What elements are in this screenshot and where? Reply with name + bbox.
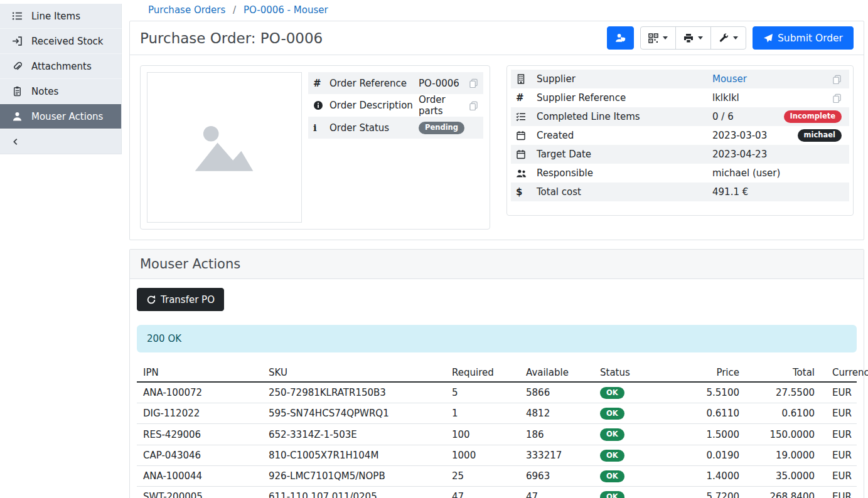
col-header-currency: Currency [821, 364, 857, 382]
col-header-ipn: IPN [137, 364, 262, 382]
order-image-placeholder[interactable] [147, 72, 302, 223]
target-date-row: Target Date 2023-04-23 [511, 145, 849, 164]
cell-ipn: DIG-112022 [137, 403, 262, 424]
created-row: Created 2023-03-03 michael [511, 126, 849, 145]
supplier-label: Supplier [537, 73, 712, 85]
mouser-actions-panel: Mouser Actions Transfer PO 200 OK [129, 249, 864, 498]
sidebar-item-label: Notes [31, 86, 58, 97]
order-reference-row: # Order Reference PO-0006 [308, 72, 483, 94]
col-header-status: Status [594, 364, 669, 382]
supplier-reference-value: lklklkl [712, 92, 832, 103]
print-actions-button[interactable] [675, 26, 711, 50]
chevron-left-icon [11, 137, 20, 146]
cell-sku: 810-C1005X7R1H104M [262, 445, 446, 465]
cell-ipn: SWT-200005 [137, 487, 262, 498]
caret-down-icon [698, 36, 703, 40]
info-circle-icon [313, 100, 330, 110]
building-icon [516, 74, 537, 84]
paperclip-icon [11, 61, 23, 72]
copy-icon[interactable] [469, 78, 478, 88]
sidebar-item-received-stock[interactable]: Received Stock [0, 29, 122, 54]
sidebar-item-notes[interactable]: Notes [0, 79, 122, 104]
cell-total: 27.5500 [746, 382, 821, 403]
table-row: CAP-043046 810-C1005X7R1H104M 1000 33321… [137, 445, 857, 465]
cell-available: 6963 [520, 465, 594, 486]
refresh-icon [146, 295, 156, 305]
cell-currency: EUR [821, 465, 857, 486]
cell-required: 25 [446, 465, 520, 486]
cell-price: 1.4000 [669, 465, 746, 486]
completed-line-items-label: Completed Line Items [537, 111, 712, 122]
cell-available: 5866 [520, 382, 594, 403]
order-actions-button[interactable] [710, 26, 746, 50]
cell-ipn: ANA-100072 [137, 382, 262, 403]
paper-plane-icon [763, 33, 773, 43]
supplier-row: Supplier Mouser [511, 70, 849, 88]
table-row: ANA-100044 926-LMC7101QM5/NOPB 25 6963 O… [137, 465, 857, 486]
cell-sku: 595-SN74HCS74QPWRQ1 [262, 403, 446, 424]
cell-sku: 926-LMC7101QM5/NOPB [262, 465, 446, 486]
col-header-required: Required [446, 364, 520, 382]
sign-in-icon [11, 36, 23, 47]
sidebar-item-label: Received Stock [31, 36, 104, 47]
created-label: Created [537, 130, 712, 141]
order-description-value: Order parts [419, 94, 464, 117]
copy-icon[interactable] [832, 75, 842, 84]
ok-badge: OK [600, 470, 624, 482]
copy-icon[interactable] [832, 93, 842, 103]
submit-order-button[interactable]: Submit Order [753, 26, 854, 50]
cell-sku: 652-3314Z-1-503E [262, 424, 446, 445]
sidebar-item-label: Mouser Actions [31, 111, 103, 122]
cell-price: 0.0190 [669, 445, 746, 465]
list-icon [11, 11, 23, 22]
transfer-po-button[interactable]: Transfer PO [137, 288, 224, 311]
col-header-available: Available [520, 364, 594, 382]
cell-price: 5.7200 [669, 487, 746, 498]
cell-total: 19.0000 [746, 445, 821, 465]
total-cost-value: 491.1 € [712, 186, 842, 198]
cell-currency: EUR [821, 424, 857, 445]
mouser-actions-body: Transfer PO 200 OK IPN SKU Required Avai… [130, 279, 864, 498]
copy-icon[interactable] [469, 101, 478, 110]
order-reference-label: Order Reference [330, 78, 419, 89]
user-actions-button[interactable] [607, 26, 634, 50]
cell-currency: EUR [821, 382, 857, 403]
barcode-actions-button[interactable] [640, 26, 676, 50]
sidebar-item-label: Line Items [31, 11, 80, 22]
supplier-reference-label: Supplier Reference [537, 92, 712, 103]
supplier-details-card: Supplier Mouser # Supplier Reference lkl… [506, 65, 854, 216]
breadcrumb-purchase-orders[interactable]: Purchase Orders [148, 4, 225, 16]
caret-down-icon [663, 36, 668, 40]
order-status-row: i Order Status Pending [308, 117, 483, 139]
cell-sku: 250-72981KLRATR150B3 [262, 382, 446, 403]
cell-available: 186 [520, 424, 594, 445]
clipboard-icon [11, 86, 23, 97]
cell-price: 5.5100 [669, 382, 746, 403]
table-row: SWT-200005 611-110.107.011/0205 47 47 OK… [137, 487, 857, 498]
info-icon: i [313, 122, 330, 134]
supplier-link[interactable]: Mouser [712, 73, 832, 85]
ok-badge: OK [600, 387, 624, 399]
main-content: Purchase Orders / PO-0006 - Mouser Purch… [122, 0, 868, 498]
order-reference-value: PO-0006 [419, 78, 464, 89]
sidebar-item-attachments[interactable]: Attachments [0, 54, 122, 79]
completed-line-items-value: 0 / 6 [712, 111, 784, 122]
cell-ipn: CAP-043046 [137, 445, 262, 465]
target-date-label: Target Date [537, 149, 712, 160]
cell-required: 100 [446, 424, 520, 445]
target-date-value: 2023-04-23 [712, 149, 842, 160]
printer-icon [683, 33, 694, 43]
sidebar-item-line-items[interactable]: Line Items [0, 4, 122, 29]
col-header-sku: SKU [262, 364, 446, 382]
table-row: RES-429006 652-3314Z-1-503E 100 186 OK 1… [137, 424, 857, 445]
cell-currency: EUR [821, 487, 857, 498]
breadcrumb-current[interactable]: PO-0006 - Mouser [244, 4, 328, 16]
ok-badge: OK [600, 491, 624, 498]
responsible-row: Responsible michael (user) [511, 164, 849, 183]
sidebar-item-mouser-actions[interactable]: Mouser Actions [0, 104, 122, 129]
ok-badge: OK [600, 450, 624, 462]
purchase-order-details: # Order Reference PO-0006 Order Descri [130, 55, 864, 240]
order-status-label: Order Status [330, 122, 419, 134]
sidebar-collapse-button[interactable] [0, 129, 122, 154]
col-header-price: Price [669, 364, 746, 382]
